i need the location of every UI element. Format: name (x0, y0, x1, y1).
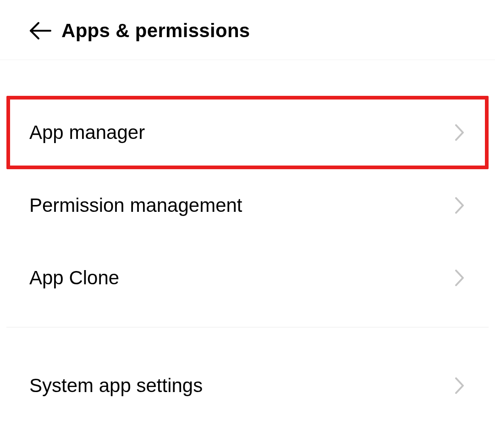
settings-list-second: System app settings (0, 349, 495, 422)
list-item-system-app-settings[interactable]: System app settings (6, 349, 489, 422)
header: Apps & permissions (0, 0, 495, 60)
item-label: App manager (29, 122, 145, 144)
header-spacer (0, 60, 495, 96)
item-label: System app settings (29, 375, 203, 397)
settings-list: App manager Permission management App Cl… (0, 96, 495, 314)
list-item-app-manager[interactable]: App manager (6, 96, 489, 169)
page-title: Apps & permissions (61, 20, 250, 42)
item-label: Permission management (29, 194, 242, 216)
item-label: App Clone (29, 267, 119, 289)
back-arrow-icon[interactable] (28, 19, 51, 42)
chevron-right-icon (454, 122, 466, 143)
list-item-app-clone[interactable]: App Clone (6, 242, 489, 314)
chevron-right-icon (454, 376, 466, 396)
section-divider (6, 327, 489, 327)
chevron-right-icon (454, 268, 466, 288)
list-item-permission-management[interactable]: Permission management (6, 169, 489, 242)
chevron-right-icon (454, 195, 466, 216)
